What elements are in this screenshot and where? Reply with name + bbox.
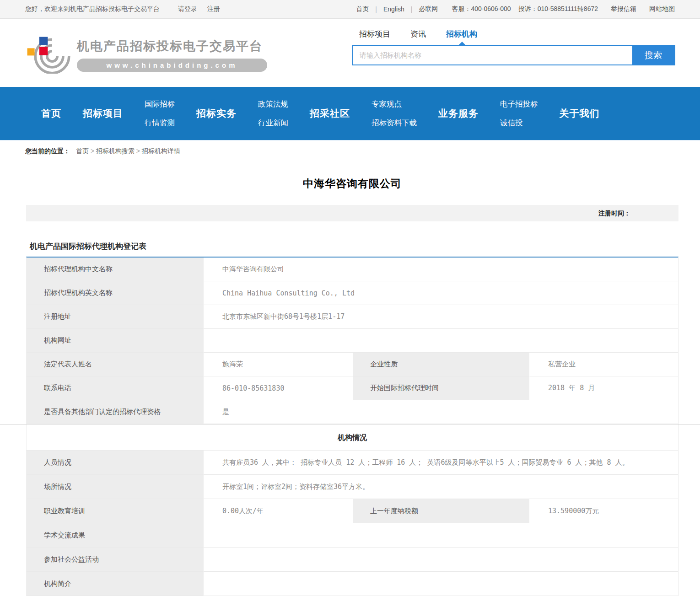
field-label: 联系电话 (27, 376, 204, 400)
search-tabs: 招标项目资讯招标机构 (352, 29, 675, 39)
breadcrumb-link[interactable]: 首页 (76, 147, 89, 155)
logo-icon (27, 32, 70, 74)
nav-item[interactable]: 业务服务 (438, 107, 479, 120)
field-label: 机构网址 (27, 329, 204, 353)
breadcrumb-label: 您当前的位置： (25, 147, 70, 156)
field-label: 上一年度纳税额 (353, 499, 530, 523)
english-link[interactable]: English (383, 5, 404, 13)
field-label: 注册地址 (27, 305, 204, 329)
nav-item[interactable]: 招采社区 (310, 107, 350, 120)
field-value (204, 548, 678, 572)
table-row: 参加社会公益活动 (27, 548, 678, 572)
nav-item[interactable]: 政策法规行业新闻 (258, 99, 288, 128)
field-value: 北京市东城区新中街68号1号楼1层1-17 (204, 305, 678, 329)
field-label: 参加社会公益活动 (27, 548, 204, 572)
report-box-link[interactable]: 举报信箱 (611, 5, 636, 13)
breadcrumb-link: 招标机构详情 (142, 147, 180, 155)
home-link[interactable]: 首页 (356, 5, 369, 13)
login-link[interactable]: 请登录 (178, 5, 197, 13)
table-row: 注册地址北京市东城区新中街68号1号楼1层1-17 (27, 305, 678, 329)
table-row: 法定代表人姓名施海荣企业性质私营企业 (27, 353, 678, 376)
field-value: 共有雇员36 人，其中： 招标专业人员 12 人；工程师 16 人； 英语6级及… (204, 451, 678, 475)
site-logo[interactable]: 机电产品招标投标电子交易平台 www.chinabidding.com (27, 32, 267, 74)
table-row: 机构简介 (27, 572, 678, 596)
search-tab[interactable]: 招标项目 (359, 29, 390, 39)
field-label: 是否具备其他部门认定的招标代理资格 (27, 400, 204, 424)
search-button[interactable]: 搜索 (632, 46, 674, 64)
field-value: 86-010-85631830 (204, 376, 353, 400)
site-url-banner: www.chinabidding.com (77, 59, 267, 72)
field-value: 中海华咨询有限公司 (204, 258, 678, 281)
complaint-phone: 投诉：010-58851111转8672 (518, 5, 598, 13)
field-value (204, 523, 678, 548)
field-value: 0.00人次/年 (204, 499, 353, 523)
table-row: 人员情况共有雇员36 人，其中： 招标专业人员 12 人；工程师 16 人； 英… (27, 451, 678, 475)
nav-item[interactable]: 招标实务 (196, 107, 237, 120)
sitemap-link[interactable]: 网站地图 (649, 5, 675, 13)
breadcrumb: 您当前的位置： 首页 > 招标机构搜索 > 招标机构详情 (0, 141, 700, 160)
field-value (204, 329, 678, 353)
registration-time-label: 注册时间： (598, 209, 630, 217)
divider: | (375, 5, 377, 13)
field-label: 场所情况 (27, 475, 204, 499)
welcome-text: 您好，欢迎来到机电产品招标投标电子交易平台 (25, 5, 160, 13)
main-nav: 首页招标项目国际招标行情监测招标实务政策法规行业新闻招采社区专家观点招标资料下载… (0, 87, 700, 141)
nav-item[interactable]: 首页 (41, 107, 61, 120)
service-phone: 客服：400-0606-000 (452, 5, 511, 13)
nav-item[interactable]: 专家观点招标资料下载 (372, 99, 417, 128)
table-row: 联系电话86-010-85631830开始国际招标代理时间2018 年 8 月 (27, 376, 678, 400)
bilian-link[interactable]: 必联网 (419, 5, 438, 13)
site-title: 机电产品招标投标电子交易平台 (77, 38, 267, 54)
active-tab-notch (459, 42, 465, 45)
field-value (204, 572, 678, 596)
site-header: 机电产品招标投标电子交易平台 www.chinabidding.com 招标项目… (0, 19, 700, 87)
table-row: 场所情况开标室1间；评标室2间；资料存储室36平方米。 (27, 475, 678, 499)
table-row: 招标代理机构英文名称China Haihua Consulting Co., L… (27, 281, 678, 305)
nav-item[interactable]: 关于我们 (560, 107, 600, 120)
field-value: 施海荣 (204, 353, 353, 376)
field-value: 是 (204, 400, 678, 424)
table-row: 学术交流成果 (27, 523, 678, 548)
agency-registration-table: 招标代理机构中文名称中海华咨询有限公司招标代理机构英文名称China Haihu… (26, 257, 678, 424)
field-value: 13.590000万元 (530, 499, 678, 523)
table-row: 是否具备其他部门认定的招标代理资格是 (27, 400, 678, 424)
field-label: 企业性质 (353, 353, 530, 376)
field-label: 职业教育培训 (27, 499, 204, 523)
table-row: 职业教育培训0.00人次/年上一年度纳税额13.590000万元 (27, 499, 678, 523)
nav-item[interactable]: 国际招标行情监测 (145, 99, 175, 128)
breadcrumb-separator: > (89, 147, 96, 155)
field-label: 招标代理机构英文名称 (27, 281, 204, 305)
field-value: 私营企业 (530, 353, 678, 376)
org-status-table: 人员情况共有雇员36 人，其中： 招标专业人员 12 人；工程师 16 人； 英… (26, 451, 678, 596)
search-area: 招标项目资讯招标机构 搜索 (352, 29, 675, 65)
divider: | (411, 5, 413, 13)
nav-item[interactable]: 招标项目 (83, 107, 123, 120)
company-title: 中海华咨询有限公司 (26, 177, 678, 191)
table-row: 招标代理机构中文名称中海华咨询有限公司 (27, 258, 678, 281)
section-header-org-status: 机构情况 (26, 424, 678, 451)
field-label: 法定代表人姓名 (27, 353, 204, 376)
field-label: 机构简介 (27, 572, 204, 596)
search-input[interactable] (353, 46, 632, 64)
search-tab[interactable]: 招标机构 (446, 29, 477, 39)
registration-time-bar: 注册时间： (26, 205, 678, 221)
field-label: 招标代理机构中文名称 (27, 258, 204, 281)
breadcrumb-link[interactable]: 招标机构搜索 (96, 147, 135, 155)
top-utility-bar: 您好，欢迎来到机电产品招标投标电子交易平台 请登录 注册 首页 | Englis… (0, 0, 700, 19)
breadcrumb-separator: > (135, 147, 142, 155)
nav-item[interactable]: 电子招投标诚信投 (500, 99, 538, 128)
field-value: China Haihua Consulting Co., Ltd (204, 281, 678, 305)
register-link[interactable]: 注册 (207, 5, 220, 13)
table-row: 机构网址 (27, 329, 678, 353)
breadcrumb-items: 首页 > 招标机构搜索 > 招标机构详情 (76, 147, 180, 156)
page-content: 中海华咨询有限公司 注册时间： 机电产品国际招标代理机构登记表 招标代理机构中文… (26, 177, 678, 596)
field-label: 人员情况 (27, 451, 204, 475)
form-title: 机电产品国际招标代理机构登记表 (26, 241, 678, 252)
field-label: 开始国际招标代理时间 (353, 376, 530, 400)
field-value: 开标室1间；评标室2间；资料存储室36平方米。 (204, 475, 678, 499)
field-value: 2018 年 8 月 (530, 376, 678, 400)
field-label: 学术交流成果 (27, 523, 204, 548)
search-box: 搜索 (352, 45, 675, 65)
search-tab[interactable]: 资讯 (410, 29, 426, 39)
